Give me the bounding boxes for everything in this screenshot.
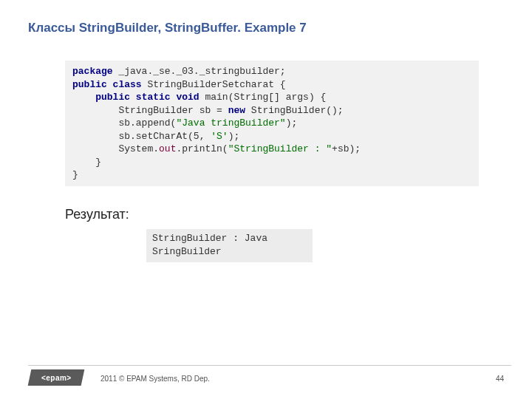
slide-title: Классы StringBuilder, StringBuffer. Exam… bbox=[28, 21, 307, 35]
code-text: } bbox=[72, 169, 78, 180]
code-keyword: package bbox=[72, 66, 113, 77]
code-string: 'S' bbox=[211, 131, 228, 142]
code-keyword: public class bbox=[72, 79, 142, 90]
footer-copyright: 2011 © EPAM Systems, RD Dep. bbox=[100, 375, 210, 383]
code-text: sb.append( bbox=[72, 117, 176, 129]
code-text: ); bbox=[286, 117, 298, 129]
code-string: "StringBuilder : " bbox=[228, 143, 332, 154]
logo-text: <epam> bbox=[41, 374, 72, 382]
code-text: _java._se._03._stringbuilder; bbox=[113, 66, 286, 77]
code-text: System. bbox=[72, 143, 159, 154]
code-text: sb.setCharAt(5, bbox=[72, 131, 211, 142]
code-text: main(String[] args) { bbox=[200, 92, 327, 103]
code-field: out bbox=[159, 143, 176, 154]
code-text: StringBuilder(); bbox=[245, 105, 344, 116]
code-block: package _java._se._03._stringbuilder; pu… bbox=[65, 61, 479, 186]
code-text: } bbox=[72, 157, 101, 168]
result-output: StringBuilder : Java SringBuilder bbox=[146, 229, 313, 262]
epam-logo: <epam> bbox=[28, 369, 85, 386]
code-string: "Java tringBuilder" bbox=[176, 117, 285, 129]
footer-divider bbox=[28, 365, 511, 366]
code-keyword: new bbox=[228, 105, 245, 116]
result-label: Результат: bbox=[65, 207, 129, 222]
code-text: +sb); bbox=[332, 143, 361, 154]
code-text: ); bbox=[228, 131, 240, 142]
code-text: StringBuilder sb = bbox=[72, 105, 228, 116]
code-keyword: public static void bbox=[95, 92, 199, 103]
code-text: StringBuilderSetcharat { bbox=[142, 79, 286, 90]
footer: <epam> 2011 © EPAM Systems, RD Dep. 44 bbox=[0, 365, 532, 386]
page-number: 44 bbox=[496, 375, 504, 383]
code-text: .println( bbox=[176, 143, 228, 154]
